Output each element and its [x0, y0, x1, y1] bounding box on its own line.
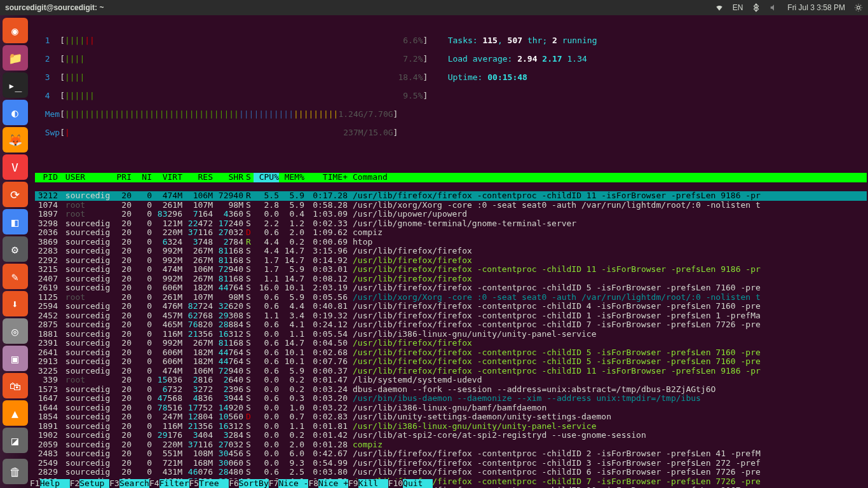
col-user: USER: [60, 173, 111, 182]
process-row[interactable]: 1125 root200261M107M98MS0.65.90:05.56/us…: [35, 293, 867, 302]
process-row[interactable]: 2549 sourcedig200721M168M30060S0.09.30:5…: [35, 459, 867, 468]
app-icon[interactable]: ◪: [3, 428, 28, 453]
wifi-icon[interactable]: [715, 3, 724, 12]
fkey-f3[interactable]: F3: [109, 479, 119, 489]
process-row[interactable]: 339 root2001503628162640S0.00.20:01.47/l…: [35, 376, 867, 385]
media-icon[interactable]: ▣: [3, 346, 28, 371]
flabel[interactable]: Search: [119, 479, 149, 489]
process-row[interactable]: 1902 sourcedig2002917634043284S0.00.20:0…: [35, 431, 867, 440]
process-header[interactable]: PID USERPRINIVIRTRESSHRSCPU%MEM%TIME+Com…: [35, 173, 867, 182]
software-icon[interactable]: 🛍: [3, 373, 28, 398]
col-time: TIME+: [304, 173, 350, 182]
col-mem: MEM%: [279, 173, 304, 182]
process-row[interactable]: 3215 sourcedig200474M106M72940S1.75.90:0…: [35, 265, 867, 274]
dash-icon[interactable]: ◉: [3, 18, 28, 43]
flabel[interactable]: SortBy: [239, 479, 269, 489]
firefox-icon[interactable]: 🦊: [3, 127, 28, 152]
process-row[interactable]: 2483 sourcedig200551M108M30456S0.06.00:4…: [35, 449, 867, 459]
fkey-f10[interactable]: F10: [388, 479, 403, 489]
col-res: RES: [182, 173, 213, 182]
flabel[interactable]: Help: [40, 479, 70, 489]
flabel[interactable]: Setup: [79, 479, 109, 489]
fkey-f8[interactable]: F8: [308, 479, 318, 489]
process-row[interactable]: 1881 sourcedig200116M2135616312S0.01.10:…: [35, 330, 867, 339]
fkey-f4[interactable]: F4: [149, 479, 159, 489]
bluetooth-icon[interactable]: [752, 3, 761, 12]
fkey-f6[interactable]: F6: [229, 479, 239, 489]
language-indicator[interactable]: EN: [733, 3, 743, 12]
process-row[interactable]: 2452 sourcedig200457M6276829308S1.13.40:…: [35, 311, 867, 321]
process-row[interactable]: 1891 sourcedig200116M2135616312S0.01.10:…: [35, 422, 867, 431]
unity-launcher: ◉ 📁 ▸_ ◐ 🦊 V ⟳ ◧ ⚙ ✎ ⬇ ◎ ▣ 🛍 ▲ ◪ 🗑: [0, 15, 30, 488]
col-virt: VIRT: [152, 173, 182, 182]
flabel[interactable]: Kill: [358, 479, 388, 489]
process-row[interactable]: 2059 sourcedig200220M3711627032S0.02.00:…: [35, 440, 867, 450]
vlc-icon[interactable]: ▲: [3, 400, 28, 426]
clock[interactable]: Fri Jul 3 3:58 PM: [787, 3, 845, 12]
svg-point-0: [857, 6, 860, 10]
fkey-f2[interactable]: F2: [70, 479, 80, 489]
terminal-content[interactable]: 1 [|||||| 6.6%] Tasks: 115, 507 thr; 2 r…: [30, 15, 868, 488]
process-row[interactable]: 2619 sourcedig200606M182M44764S16.010.12…: [35, 283, 867, 293]
process-row[interactable]: 2407 sourcedig200992M267M81168S1.114.70:…: [35, 274, 867, 284]
col-pid: PID: [35, 173, 60, 182]
volume-icon[interactable]: [770, 3, 778, 12]
process-row[interactable]: 3298 sourcedig200121M2247217240S2.21.20:…: [35, 219, 867, 229]
process-row[interactable]: 3212 sourcedig200474M106M72940R5.55.90:1…: [35, 191, 867, 201]
settings-icon[interactable]: ⚙: [3, 236, 28, 262]
process-list[interactable]: 3212 sourcedig200474M106M72940R5.55.90:1…: [35, 191, 867, 488]
disk-icon[interactable]: ◎: [3, 318, 28, 344]
col-s: S: [243, 173, 254, 182]
process-row[interactable]: 2391 sourcedig200992M267M81168S0.614.70:…: [35, 339, 867, 348]
flabel[interactable]: Quit: [403, 479, 433, 489]
flabel[interactable]: Nice -: [278, 479, 308, 489]
fkey-f9[interactable]: F9: [348, 479, 358, 489]
vivaldi-icon[interactable]: V: [3, 154, 28, 180]
col-pri: PRI: [111, 173, 132, 182]
process-row[interactable]: 1647 sourcedig2004756848363944S0.60.30:0…: [35, 394, 867, 403]
process-row[interactable]: 2829 sourcedig200431M4607628480S0.62.50:…: [35, 468, 867, 477]
fkey-f1[interactable]: F1: [30, 479, 40, 489]
system-indicators[interactable]: EN Fri Jul 3 3:58 PM: [715, 3, 863, 12]
process-row[interactable]: 1573 sourcedig200673232722396S0.00.20:03…: [35, 385, 867, 395]
text-editor-icon[interactable]: ✎: [3, 264, 28, 289]
col-shr: SHR: [213, 173, 243, 182]
process-row[interactable]: 1854 sourcedig200247M1280410560D0.00.70:…: [35, 412, 867, 422]
col-cmd: Command: [350, 173, 867, 182]
terminal-icon[interactable]: ▸_: [3, 72, 28, 98]
app-icon[interactable]: ◧: [3, 209, 28, 234]
process-row[interactable]: 2283 sourcedig200992M267M81168S4.414.73:…: [35, 247, 867, 256]
col-ni: NI: [132, 173, 152, 182]
process-row[interactable]: 2875 sourcedig200465M7682028884S0.64.10:…: [35, 320, 867, 330]
process-row[interactable]: 2641 sourcedig200606M182M44764S0.610.10:…: [35, 348, 867, 358]
updater-icon[interactable]: ⬇: [3, 291, 28, 316]
process-row[interactable]: 1644 sourcedig200785161775214920S0.01.00…: [35, 403, 867, 413]
col-cpu: CPU%: [254, 173, 279, 182]
trash-icon[interactable]: 🗑: [3, 459, 28, 484]
process-row[interactable]: 2036 sourcedig200220M3711627032D0.62.01:…: [35, 228, 867, 238]
flabel[interactable]: Filter: [159, 479, 189, 489]
app-icon[interactable]: ⟳: [3, 182, 28, 207]
process-row[interactable]: 2594 sourcedig200476M8272432620S0.64.40:…: [35, 302, 867, 311]
files-icon[interactable]: 📁: [3, 45, 28, 71]
fkey-f5[interactable]: F5: [189, 479, 200, 489]
top-panel: sourcedigit@sourcedigit: ~ EN Fri Jul 3 …: [0, 0, 868, 15]
flabel[interactable]: Tree: [199, 479, 229, 489]
process-row[interactable]: 2913 sourcedig200606M182M44764S0.610.10:…: [35, 357, 867, 367]
flabel[interactable]: Nice +: [318, 479, 348, 489]
process-row[interactable]: 2292 sourcedig200992M267M81168S1.714.70:…: [35, 256, 867, 266]
process-row[interactable]: 3869 sourcedig200632437482784R4.40.20:00…: [35, 238, 867, 247]
chromium-icon[interactable]: ◐: [3, 100, 28, 125]
fkey-f7[interactable]: F7: [269, 479, 279, 489]
process-row[interactable]: 1074 root200261M107M98MS2.85.90:58.28/us…: [35, 201, 867, 210]
session-icon[interactable]: [854, 3, 863, 12]
window-title: sourcedigit@sourcedigit: ~: [5, 3, 104, 12]
htop-footer[interactable]: F1Help F2Setup F3SearchF4FilterF5Tree F6…: [30, 479, 868, 489]
process-row[interactable]: 3225 sourcedig200474M106M72940S0.65.90:0…: [35, 367, 867, 376]
process-row[interactable]: 1897 root2008329671644360S0.00.41:03.09/…: [35, 210, 867, 219]
htop-meters: 1 [|||||| 6.6%] Tasks: 115, 507 thr; 2 r…: [35, 27, 867, 147]
